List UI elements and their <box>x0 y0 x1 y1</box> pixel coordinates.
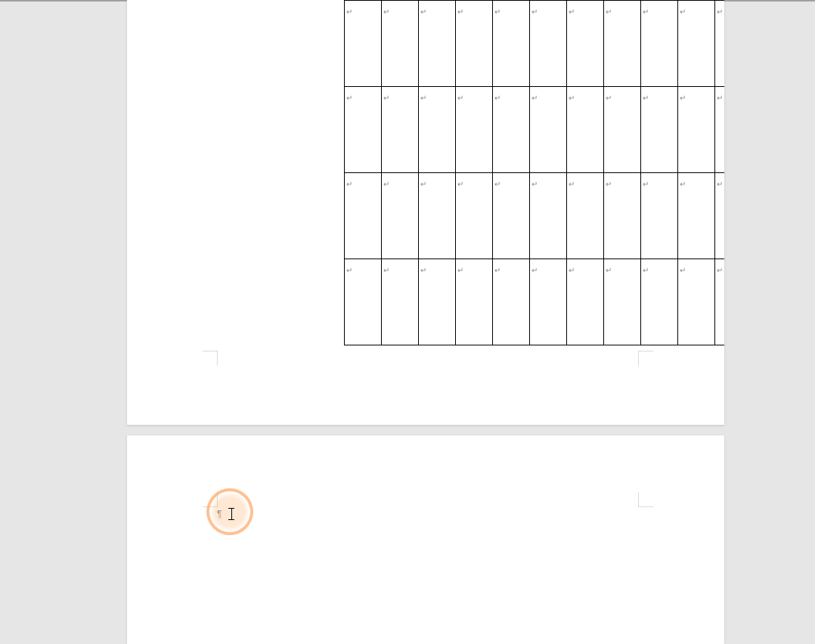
table-cell[interactable]: ↵ <box>419 87 456 173</box>
table-cell[interactable]: ↵ <box>530 87 567 173</box>
paragraph-return-icon: ↵ <box>494 8 500 16</box>
table-row: ↵↵↵↵↵↵↵↵↵↵↵ <box>345 259 725 345</box>
table-cell[interactable]: ↵ <box>530 259 567 345</box>
table-cell[interactable]: ↵ <box>604 173 641 259</box>
table-row: ↵↵↵↵↵↵↵↵↵↵↵ <box>345 173 725 259</box>
table-row: ↵↵↵↵↵↵↵↵↵↵↵ <box>345 87 725 173</box>
paragraph-return-icon: ↵ <box>457 267 463 274</box>
paragraph-return-icon: ↵ <box>383 267 389 274</box>
table-cell[interactable]: ↵ <box>345 1 382 87</box>
table-cell[interactable]: ↵ <box>678 259 715 345</box>
paragraph-return-icon: ↵ <box>680 8 686 16</box>
paragraph-return-icon: ↵ <box>569 8 575 16</box>
table-cell[interactable]: ↵ <box>493 87 530 173</box>
table-cell[interactable]: ↵ <box>345 173 382 259</box>
paragraph-return-icon: ↵ <box>569 181 575 188</box>
document-page-2[interactable]: ¶ <box>127 435 724 644</box>
table-cell[interactable]: ↵ <box>382 87 419 173</box>
table-cell[interactable]: ↵ <box>493 1 530 87</box>
margin-corner-bottom-left <box>203 351 218 366</box>
paragraph-return-icon: ↵ <box>643 267 649 274</box>
table-cell[interactable]: ↵ <box>419 173 456 259</box>
table-cell[interactable]: ↵ <box>382 1 419 87</box>
table-cell[interactable]: ↵ <box>715 173 725 259</box>
table-cell[interactable]: ↵ <box>567 87 604 173</box>
paragraph-return-icon: ↵ <box>531 94 538 102</box>
margin-corner-top-right <box>638 492 653 507</box>
paragraph-return-icon: ↵ <box>457 8 463 16</box>
table-cell[interactable]: ↵ <box>678 173 715 259</box>
table-cell[interactable]: ↵ <box>641 259 678 345</box>
paragraph-return-icon: ↵ <box>531 181 538 188</box>
table-cell[interactable]: ↵ <box>567 173 604 259</box>
document-canvas[interactable]: ↵↵↵↵↵↵↵↵↵↵↵↵↵↵↵↵↵↵↵↵↵↵↵↵↵↵↵↵↵↵↵↵↵↵↵↵↵↵↵↵… <box>0 0 815 644</box>
table-cell[interactable]: ↵ <box>493 259 530 345</box>
table-cell[interactable]: ↵ <box>678 1 715 87</box>
paragraph-return-icon: ↵ <box>420 94 426 102</box>
table-cell[interactable]: ↵ <box>567 1 604 87</box>
paragraph-return-icon: ↵ <box>531 8 538 16</box>
table-cell[interactable]: ↵ <box>604 259 641 345</box>
paragraph-return-icon: ↵ <box>531 267 538 274</box>
table-cell[interactable]: ↵ <box>604 1 641 87</box>
table-cell[interactable]: ↵ <box>419 1 456 87</box>
document-page-1[interactable]: ↵↵↵↵↵↵↵↵↵↵↵↵↵↵↵↵↵↵↵↵↵↵↵↵↵↵↵↵↵↵↵↵↵↵↵↵↵↵↵↵… <box>127 0 724 425</box>
table-cell[interactable]: ↵ <box>456 259 493 345</box>
paragraph-return-icon: ↵ <box>420 8 426 16</box>
table-cell[interactable]: ↵ <box>715 87 725 173</box>
paragraph-return-icon: ↵ <box>346 94 352 102</box>
paragraph-return-icon: ↵ <box>383 8 389 16</box>
table-cell[interactable]: ↵ <box>382 259 419 345</box>
paragraph-return-icon: ↵ <box>494 267 500 274</box>
table-cell[interactable]: ↵ <box>567 259 604 345</box>
margin-corner-bottom-right <box>638 351 653 366</box>
table-cell[interactable]: ↵ <box>456 87 493 173</box>
table-cell[interactable]: ↵ <box>456 173 493 259</box>
paragraph-return-icon: ↵ <box>680 267 686 274</box>
paragraph-return-icon: ↵ <box>643 94 649 102</box>
table-cell[interactable]: ↵ <box>456 1 493 87</box>
paragraph-return-icon: ↵ <box>643 8 649 16</box>
margin-corner-top-left <box>203 492 218 507</box>
paragraph-return-icon: ↵ <box>680 94 686 102</box>
paragraph-return-icon: ↵ <box>569 267 575 274</box>
paragraph-return-icon: ↵ <box>494 181 500 188</box>
document-table[interactable]: ↵↵↵↵↵↵↵↵↵↵↵↵↵↵↵↵↵↵↵↵↵↵↵↵↵↵↵↵↵↵↵↵↵↵↵↵↵↵↵↵… <box>344 0 724 345</box>
paragraph-return-icon: ↵ <box>457 181 463 188</box>
table-cell[interactable]: ↵ <box>493 173 530 259</box>
paragraph-return-icon: ↵ <box>494 94 500 102</box>
paragraph-return-icon: ↵ <box>717 94 723 102</box>
table-cell[interactable]: ↵ <box>715 259 725 345</box>
paragraph-return-icon: ↵ <box>420 181 426 188</box>
paragraph-return-icon: ↵ <box>717 181 723 188</box>
paragraph-return-icon: ↵ <box>680 181 686 188</box>
paragraph-return-icon: ↵ <box>717 8 723 16</box>
table-cell[interactable]: ↵ <box>641 1 678 87</box>
paragraph-return-icon: ↵ <box>606 181 612 188</box>
paragraph-return-icon: ↵ <box>606 94 612 102</box>
paragraph-return-icon: ↵ <box>383 94 389 102</box>
table-cell[interactable]: ↵ <box>641 173 678 259</box>
table-cell[interactable]: ↵ <box>530 1 567 87</box>
table-cell[interactable]: ↵ <box>678 87 715 173</box>
paragraph-return-icon: ↵ <box>569 94 575 102</box>
paragraph-mark[interactable]: ¶ <box>217 509 222 519</box>
table-row: ↵↵↵↵↵↵↵↵↵↵↵ <box>345 1 725 87</box>
paragraph-return-icon: ↵ <box>346 267 352 274</box>
table-cell[interactable]: ↵ <box>345 259 382 345</box>
table-cell[interactable]: ↵ <box>604 87 641 173</box>
table-cell[interactable]: ↵ <box>715 1 725 87</box>
paragraph-return-icon: ↵ <box>346 8 352 16</box>
table-cell[interactable]: ↵ <box>530 173 567 259</box>
paragraph-return-icon: ↵ <box>606 8 612 16</box>
table-cell[interactable]: ↵ <box>382 173 419 259</box>
table-cell[interactable]: ↵ <box>641 87 678 173</box>
table-cell[interactable]: ↵ <box>419 259 456 345</box>
paragraph-return-icon: ↵ <box>383 181 389 188</box>
paragraph-return-icon: ↵ <box>457 94 463 102</box>
paragraph-return-icon: ↵ <box>643 181 649 188</box>
paragraph-return-icon: ↵ <box>346 181 352 188</box>
table-cell[interactable]: ↵ <box>345 87 382 173</box>
paragraph-return-icon: ↵ <box>420 267 426 274</box>
paragraph-return-icon: ↵ <box>717 267 723 274</box>
